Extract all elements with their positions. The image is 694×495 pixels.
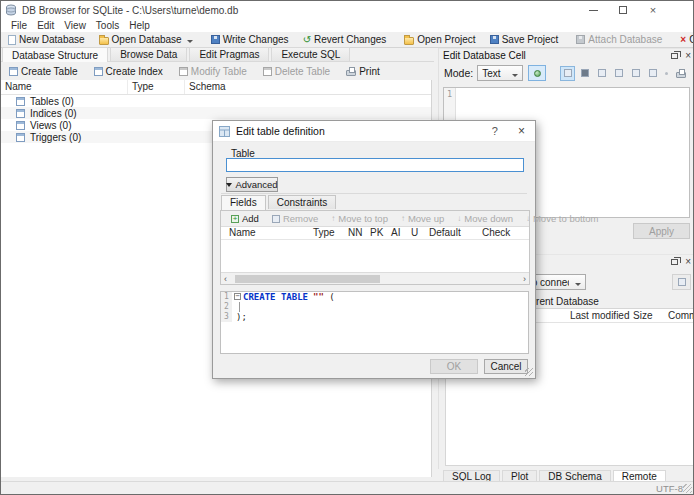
save-project-button[interactable]: Save Project (483, 32, 566, 47)
tree-column-name[interactable]: Name (1, 80, 128, 94)
minimize-icon (589, 10, 598, 11)
close-database-button[interactable]: × Close Database (673, 32, 694, 47)
create-table-button[interactable]: Create Table (1, 66, 86, 77)
move-to-top-button: ↑ Move to top (325, 213, 394, 224)
column-default[interactable]: Default (429, 227, 461, 238)
dialog-resize-grip[interactable] (525, 368, 533, 376)
table-name-input[interactable] (226, 158, 524, 172)
ok-button: OK (430, 359, 478, 374)
float-panel-icon[interactable] (671, 53, 678, 59)
move-up-icon: ↑ (401, 214, 405, 223)
attach-database-icon (576, 35, 585, 44)
open-database-button[interactable]: Open Database (92, 32, 200, 47)
auto-switch-mode-toggle[interactable] (528, 65, 546, 81)
close-panel-icon[interactable]: × (685, 51, 691, 61)
line-number: 1 (221, 292, 232, 302)
column-u[interactable]: U (411, 227, 418, 238)
menu-edit[interactable]: Edit (32, 20, 59, 31)
fold-guide-line (239, 302, 240, 312)
move-down-icon: ↓ (457, 214, 461, 223)
menu-file[interactable]: File (6, 20, 32, 31)
open-project-button[interactable]: Open Project (397, 32, 482, 47)
fullscreen-icon (649, 69, 657, 77)
revert-changes-button[interactable]: ↺ Revert Changes (296, 32, 394, 47)
float-panel-icon[interactable] (671, 259, 678, 265)
column-type[interactable]: Type (313, 227, 335, 238)
import-data-button[interactable] (594, 66, 609, 81)
tree-column-schema[interactable]: Schema (185, 80, 431, 94)
advanced-button[interactable]: Advanced (226, 177, 278, 192)
fields-grid-body[interactable] (221, 240, 529, 272)
tree-row-tables[interactable]: Tables (0) (1, 95, 431, 107)
print-button[interactable]: Print (338, 66, 388, 77)
export-data-button[interactable] (611, 66, 626, 81)
edit-table-definition-dialog: Edit table definition ? × Table Advanced… (212, 120, 536, 379)
menu-help[interactable]: Help (124, 20, 155, 31)
scroll-left-icon[interactable]: ‹ (221, 274, 230, 284)
delete-table-icon (263, 67, 272, 76)
dialog-tab-bar: Fields Constraints (221, 195, 338, 209)
toolbar-handle-dot (665, 72, 668, 75)
menu-view[interactable]: View (59, 20, 91, 31)
create-table-icon (9, 67, 18, 76)
column-commit[interactable]: Commit (668, 310, 694, 321)
sql-text: ); (236, 312, 247, 322)
resize-grip[interactable] (683, 484, 692, 493)
maximize-icon (619, 6, 627, 14)
sql-preview-editor[interactable]: 1 − CREATE TABLE "" ( 2 3 ); (220, 291, 529, 354)
status-bar: UTF-8 (1, 481, 693, 494)
create-index-button[interactable]: Create Index (86, 66, 171, 77)
column-pk[interactable]: PK (370, 227, 383, 238)
print-icon (346, 70, 356, 76)
tables-icon (16, 97, 25, 106)
column-size[interactable]: Size (633, 310, 652, 321)
create-index-icon (94, 67, 103, 76)
add-field-button[interactable]: + Add (225, 213, 265, 224)
column-check[interactable]: Check (482, 227, 510, 238)
mode-label: Mode: (444, 67, 473, 79)
binary-view-button[interactable] (577, 66, 592, 81)
dialog-help-button[interactable]: ? (492, 125, 498, 137)
dialog-title: Edit table definition (236, 125, 492, 137)
scrollbar-thumb[interactable] (235, 275, 380, 283)
binary-view-icon (581, 69, 589, 77)
menu-tools[interactable]: Tools (91, 20, 124, 31)
close-button[interactable]: × (638, 1, 668, 19)
tab-browse-data[interactable]: Browse Data (110, 47, 187, 61)
chevron-down-icon (512, 74, 518, 77)
cancel-button[interactable]: Cancel (484, 359, 528, 374)
save-as-button[interactable] (628, 66, 643, 81)
minimize-button[interactable] (578, 1, 608, 19)
tab-database-structure[interactable]: Database Structure (2, 47, 108, 62)
write-changes-button[interactable]: Write Changes (204, 32, 296, 47)
main-toolbar: New Database Open Database Write Changes… (1, 32, 693, 48)
encoding-selector[interactable]: UTF-8 (656, 483, 683, 494)
chevron-down-icon (226, 183, 232, 187)
mode-select[interactable]: Text (477, 65, 523, 81)
scroll-right-icon[interactable]: › (520, 274, 529, 284)
window-controls: × (578, 1, 668, 19)
maximize-button[interactable] (608, 1, 638, 19)
close-panel-icon[interactable]: × (685, 257, 691, 267)
horizontal-scrollbar[interactable]: ‹ › (221, 272, 529, 284)
fullscreen-button[interactable] (645, 66, 660, 81)
delete-table-button: Delete Table (255, 66, 338, 77)
dialog-close-button[interactable]: × (518, 124, 525, 138)
edit-text-button[interactable] (560, 66, 575, 81)
tree-column-type[interactable]: Type (128, 80, 185, 94)
triggers-icon (16, 133, 25, 142)
print-cell-button[interactable] (673, 66, 688, 81)
write-changes-icon (211, 35, 220, 44)
tab-constraints[interactable]: Constraints (268, 195, 337, 209)
tab-fields[interactable]: Fields (221, 195, 266, 210)
code-fold-icon[interactable]: − (234, 293, 241, 300)
column-ai[interactable]: AI (391, 227, 400, 238)
column-nn[interactable]: NN (348, 227, 362, 238)
tree-row-indices[interactable]: Indices (0) (1, 107, 431, 119)
new-database-button[interactable]: New Database (1, 32, 92, 47)
tab-edit-pragmas[interactable]: Edit Pragmas (189, 47, 269, 61)
tab-execute-sql[interactable]: Execute SQL (271, 47, 350, 61)
dialog-title-bar[interactable]: Edit table definition ? × (213, 121, 535, 142)
column-last-modified[interactable]: Last modified (570, 310, 629, 321)
column-name[interactable]: Name (229, 227, 256, 238)
